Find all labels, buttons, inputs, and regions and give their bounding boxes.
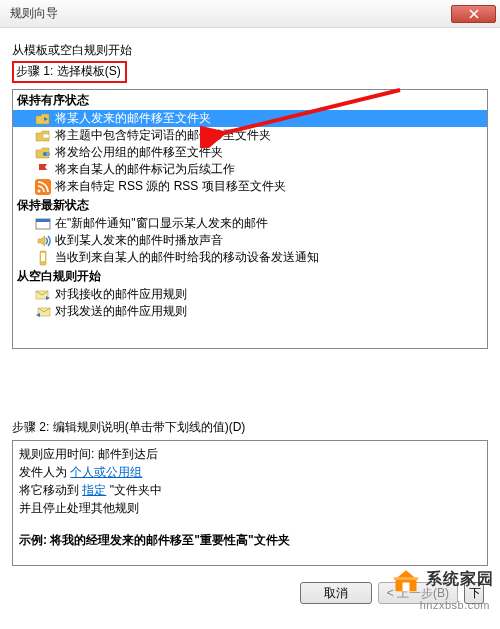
envelope-in-icon bbox=[35, 287, 51, 303]
rss-icon bbox=[35, 179, 51, 195]
template-item-apply-received[interactable]: 对我接收的邮件应用规则 bbox=[13, 286, 487, 303]
template-listbox[interactable]: 保持有序状态 将某人发来的邮件移至文件夹 将主题中包含特定词语的邮件移至文件夹 … bbox=[12, 89, 488, 349]
link-people-or-group[interactable]: 个人或公用组 bbox=[70, 465, 142, 479]
folder-move-icon bbox=[35, 111, 51, 127]
template-item-label: 在"新邮件通知"窗口显示某人发来的邮件 bbox=[55, 215, 268, 232]
template-item-label: 将某人发来的邮件移至文件夹 bbox=[55, 110, 211, 127]
svg-point-5 bbox=[38, 189, 41, 192]
folder-group-icon bbox=[35, 145, 51, 161]
alert-window-icon bbox=[35, 216, 51, 232]
rule-description-box: 规则应用时间: 邮件到达后 发件人为 个人或公用组 将它移动到 指定 "文件夹中… bbox=[12, 440, 488, 566]
template-item-rss-move[interactable]: 将来自特定 RSS 源的 RSS 项目移至文件夹 bbox=[13, 178, 487, 195]
window-title: 规则向导 bbox=[10, 5, 451, 22]
template-item-move-by-subject[interactable]: 将主题中包含特定词语的邮件移至文件夹 bbox=[13, 127, 487, 144]
template-item-label: 当收到来自某人的邮件时给我的移动设备发送通知 bbox=[55, 249, 319, 266]
section-updated-header: 保持最新状态 bbox=[13, 195, 487, 215]
svg-rect-7 bbox=[36, 219, 50, 222]
template-item-label: 将发给公用组的邮件移至文件夹 bbox=[55, 144, 223, 161]
svg-rect-9 bbox=[41, 253, 45, 261]
svg-rect-12 bbox=[403, 583, 410, 592]
envelope-out-icon bbox=[35, 304, 51, 320]
svg-rect-4 bbox=[35, 179, 51, 195]
close-icon bbox=[469, 9, 479, 19]
intro-text: 从模板或空白规则开始 bbox=[12, 42, 488, 59]
desc-line-stop: 并且停止处理其他规则 bbox=[19, 499, 481, 517]
step2-label: 步骤 2: 编辑规则说明(单击带下划线的值)(D) bbox=[12, 419, 488, 436]
template-item-label: 将主题中包含特定词语的邮件移至文件夹 bbox=[55, 127, 271, 144]
desc-example: 示例: 将我的经理发来的邮件移至"重要性高"文件夹 bbox=[19, 531, 481, 549]
watermark-logo-icon bbox=[392, 565, 420, 593]
step1-label: 步骤 1: 选择模板(S) bbox=[12, 61, 127, 83]
svg-rect-13 bbox=[394, 577, 419, 580]
template-item-label: 对我接收的邮件应用规则 bbox=[55, 286, 187, 303]
watermark: 系统家园 bbox=[392, 565, 494, 593]
mobile-icon bbox=[35, 250, 51, 266]
svg-point-3 bbox=[46, 152, 50, 156]
template-item-label: 收到某人发来的邮件时播放声音 bbox=[55, 232, 223, 249]
desc-line-from: 发件人为 个人或公用组 bbox=[19, 463, 481, 481]
desc-line-move: 将它移动到 指定 "文件夹中 bbox=[19, 481, 481, 499]
close-button[interactable] bbox=[451, 5, 496, 23]
section-blank-header: 从空白规则开始 bbox=[13, 266, 487, 286]
cancel-button[interactable]: 取消 bbox=[300, 582, 372, 604]
template-item-move-to-group[interactable]: 将发给公用组的邮件移至文件夹 bbox=[13, 144, 487, 161]
template-item-new-mail-alert[interactable]: 在"新邮件通知"窗口显示某人发来的邮件 bbox=[13, 215, 487, 232]
template-item-mobile-notify[interactable]: 当收到来自某人的邮件时给我的移动设备发送通知 bbox=[13, 249, 487, 266]
template-item-label: 将来自某人的邮件标记为后续工作 bbox=[55, 161, 235, 178]
template-item-label: 对我发送的邮件应用规则 bbox=[55, 303, 187, 320]
template-item-move-from-person[interactable]: 将某人发来的邮件移至文件夹 bbox=[13, 110, 487, 127]
watermark-url: hnzxbsb.com bbox=[420, 599, 490, 611]
section-ordered-header: 保持有序状态 bbox=[13, 90, 487, 110]
template-item-apply-sent[interactable]: 对我发送的邮件应用规则 bbox=[13, 303, 487, 320]
svg-rect-1 bbox=[43, 134, 49, 138]
link-specified-folder[interactable]: 指定 bbox=[82, 483, 106, 497]
flag-icon bbox=[35, 162, 51, 178]
folder-subject-icon bbox=[35, 128, 51, 144]
sound-icon bbox=[35, 233, 51, 249]
template-item-play-sound[interactable]: 收到某人发来的邮件时播放声音 bbox=[13, 232, 487, 249]
titlebar: 规则向导 bbox=[0, 0, 500, 28]
watermark-text: 系统家园 bbox=[426, 569, 494, 590]
template-item-flag-followup[interactable]: 将来自某人的邮件标记为后续工作 bbox=[13, 161, 487, 178]
template-item-label: 将来自特定 RSS 源的 RSS 项目移至文件夹 bbox=[55, 178, 286, 195]
desc-line-when: 规则应用时间: 邮件到达后 bbox=[19, 445, 481, 463]
